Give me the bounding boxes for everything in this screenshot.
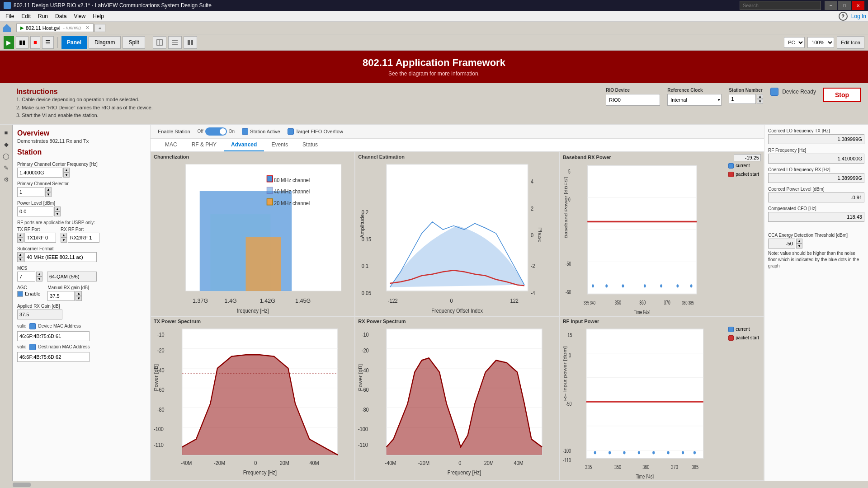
rx-rf-down[interactable]: ▼ xyxy=(61,238,67,243)
svg-marker-1 xyxy=(3,24,11,28)
sidebar-icon-1[interactable]: ■ xyxy=(2,128,11,137)
menu-file[interactable]: File xyxy=(2,12,18,20)
help-icon[interactable]: ? xyxy=(839,12,848,21)
tx-rf-spinner: ▲ ▼ xyxy=(17,233,24,243)
primary-freq-down[interactable]: ▼ xyxy=(63,173,70,178)
baseband-value-input[interactable] xyxy=(734,154,761,161)
vi-tab-host[interactable]: ▶ 802.11 Host.gvi - running ✕ xyxy=(16,23,94,32)
reference-clock-select[interactable]: Internal External PPS xyxy=(667,94,722,106)
charts-grid: Channelization 1.37G xyxy=(151,152,764,481)
sidebar-icon-2[interactable]: ◆ xyxy=(2,140,11,149)
vi-tab-add[interactable]: + xyxy=(94,24,105,32)
cca-threshold-input[interactable] xyxy=(768,239,795,249)
mcs-name-input[interactable] xyxy=(47,272,97,282)
cca-note: Note: value should be higher than the no… xyxy=(768,250,864,269)
primary-freq-group: Primary Channel Center Frequency [Hz] ▲ … xyxy=(17,162,146,178)
split-button[interactable]: Split xyxy=(123,36,145,49)
rio-device-input[interactable] xyxy=(606,94,660,106)
coerced-power-input[interactable] xyxy=(768,192,864,202)
stop-button[interactable]: Stop xyxy=(823,88,861,102)
channel-selector-up[interactable]: ▲ xyxy=(45,187,52,192)
baseband-title: Baseband RX Power xyxy=(563,155,611,160)
list-button[interactable]: ☰ xyxy=(42,36,54,49)
mcs-input[interactable] xyxy=(17,272,35,282)
menu-help[interactable]: Help xyxy=(89,12,108,20)
sidebar-icon-4[interactable]: ✎ xyxy=(2,164,11,173)
minimize-button[interactable]: − xyxy=(825,1,837,10)
mcs-up[interactable]: ▲ xyxy=(36,272,42,277)
home-button[interactable] xyxy=(2,23,14,33)
power-level-up[interactable]: ▲ xyxy=(54,206,61,211)
subcarrier-format-input[interactable] xyxy=(24,252,97,262)
toggle-track[interactable] xyxy=(205,127,227,136)
tx-rf-down[interactable]: ▼ xyxy=(17,238,24,243)
svg-text:1.45G: 1.45G xyxy=(295,297,311,304)
maximize-button[interactable]: □ xyxy=(838,1,851,10)
mcs-down[interactable]: ▼ xyxy=(36,277,42,282)
station-number-up[interactable]: ▲ xyxy=(757,94,763,99)
search-input[interactable] xyxy=(740,1,821,10)
distribute-button[interactable] xyxy=(184,36,197,49)
coerced-lo-rx-input[interactable] xyxy=(768,173,864,183)
tab-advanced[interactable]: Advanced xyxy=(224,139,264,151)
pause-button[interactable]: ▮▮ xyxy=(16,36,28,49)
compensated-cfo-input[interactable] xyxy=(768,212,864,222)
channel-selector-down[interactable]: ▼ xyxy=(45,192,52,197)
target-select[interactable]: PC xyxy=(784,37,805,48)
cca-threshold-down[interactable]: ▼ xyxy=(796,244,802,249)
menu-edit[interactable]: Edit xyxy=(18,12,34,20)
menu-view[interactable]: View xyxy=(70,12,89,20)
station-number-down[interactable]: ▼ xyxy=(757,99,763,104)
primary-freq-spinner: ▲ ▼ xyxy=(63,168,70,178)
power-level-down[interactable]: ▼ xyxy=(54,211,61,216)
diagram-button[interactable]: Diagram xyxy=(89,36,121,49)
rf-frequency-input[interactable] xyxy=(768,154,864,164)
cca-threshold-up[interactable]: ▲ xyxy=(796,239,802,244)
sidebar-icon-5[interactable]: ⚙ xyxy=(2,175,11,184)
stop-toolbar-button[interactable]: ■ xyxy=(30,36,40,49)
device-mac-input[interactable] xyxy=(17,331,90,341)
channel-selector-input[interactable] xyxy=(17,187,44,197)
login-link[interactable]: Log In xyxy=(851,13,866,19)
dest-mac-input[interactable] xyxy=(17,352,90,362)
sidebar-icon-3[interactable]: ◯ xyxy=(2,152,11,161)
tab-events[interactable]: Events xyxy=(264,139,295,151)
coerced-lo-rx-label: Coerced LO frequency RX [Hz] xyxy=(768,167,864,172)
align-button[interactable] xyxy=(168,36,182,49)
rf-current-legend: current xyxy=(728,327,759,332)
tx-rf-up[interactable]: ▲ xyxy=(17,233,24,238)
manual-rx-gain-down[interactable]: ▼ xyxy=(75,296,82,301)
instructions-title: Instructions xyxy=(16,88,597,96)
coerced-lo-tx-input[interactable] xyxy=(768,134,864,144)
rx-rf-up[interactable]: ▲ xyxy=(61,233,67,238)
manual-rx-gain-input[interactable] xyxy=(47,291,75,301)
menu-run[interactable]: Run xyxy=(34,12,52,20)
agc-enable-checkbox[interactable] xyxy=(17,291,23,297)
power-level-input[interactable] xyxy=(17,206,53,216)
zoom-select[interactable]: 100% xyxy=(807,37,834,48)
tab-status[interactable]: Status xyxy=(295,139,325,151)
applied-rx-gain-input[interactable] xyxy=(17,310,62,319)
close-button[interactable]: ✕ xyxy=(852,1,864,10)
primary-freq-input[interactable] xyxy=(17,168,62,178)
svg-point-125 xyxy=(594,451,596,454)
scroll-thumb[interactable] xyxy=(13,483,31,487)
tx-rf-input[interactable] xyxy=(24,233,56,243)
primary-freq-up[interactable]: ▲ xyxy=(63,168,70,173)
tab-rf-phy[interactable]: RF & PHY xyxy=(184,139,224,151)
tab-mac[interactable]: MAC xyxy=(158,139,184,151)
enable-station-toggle[interactable]: Off On xyxy=(198,127,235,136)
snap-button[interactable] xyxy=(153,36,166,49)
subcarrier-down[interactable]: ▼ xyxy=(17,257,24,262)
subcarrier-up[interactable]: ▲ xyxy=(17,252,24,257)
horizontal-scrollbar[interactable] xyxy=(0,481,868,488)
enable-station-label: Enable Station xyxy=(158,129,190,134)
run-button[interactable]: ▶ xyxy=(4,36,14,49)
rx-spectrum-inner: -10 -20 -40 -60 -80 -100 -110 Power [dB]… xyxy=(358,325,556,479)
panel-button[interactable]: Panel xyxy=(61,36,87,49)
manual-rx-gain-up[interactable]: ▲ xyxy=(75,291,82,296)
edit-icon-button[interactable]: Edit Icon xyxy=(837,36,864,49)
rx-rf-input[interactable] xyxy=(68,233,99,243)
menu-data[interactable]: Data xyxy=(52,12,70,20)
station-number-input[interactable] xyxy=(729,94,756,104)
